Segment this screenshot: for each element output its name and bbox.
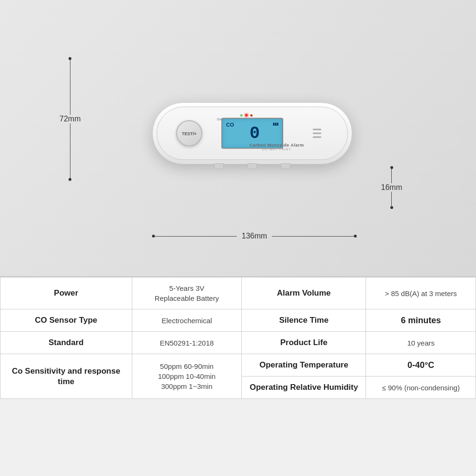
sensitivity-label: Co Sensitivity and response time <box>0 354 132 399</box>
device-section: 72mm TEST/× Green - Operate Yellow - Fau <box>0 0 476 276</box>
op-temp-label: Operating Temperature <box>242 354 366 377</box>
specs-table-section: Power 5-Years 3VReplaceable Battery Alar… <box>0 276 476 399</box>
device-label: Carbon Monoxide Alarm DO NOT PAINT <box>249 143 304 151</box>
silence-time-label: Silence Time <box>242 309 366 332</box>
test-button-illustration: TEST/× <box>176 120 202 147</box>
standard-label: Standard <box>0 332 132 354</box>
op-temp-value: 0-40°C <box>366 354 476 377</box>
silence-time-value: 6 minutes <box>366 309 476 332</box>
table-row: Standard EN50291-1:2018 Product Life 10 … <box>0 332 476 354</box>
power-label: Power <box>0 278 132 309</box>
op-humidity-label: Operating Relative Humidity <box>242 377 366 399</box>
alarm-volume-label: Alarm Volume <box>242 278 366 309</box>
standard-value: EN50291-1:2018 <box>132 332 242 354</box>
table-row: CO Sensor Type Electrochemical Silence T… <box>0 309 476 332</box>
co-sensor-value: Electrochemical <box>132 309 242 332</box>
product-life-label: Product Life <box>242 332 366 354</box>
speaker-grille <box>313 129 321 138</box>
sensitivity-value: 50ppm 60-90min100ppm 10-40min300ppm 1~3m… <box>132 354 242 399</box>
co-sensor-label: CO Sensor Type <box>0 309 132 332</box>
op-humidity-value: ≤ 90% (non-condensing) <box>366 377 476 399</box>
power-value: 5-Years 3VReplaceable Battery <box>132 278 242 309</box>
device-image: TEST/× Green - Operate Yellow - Fault Re… <box>152 102 352 164</box>
dimension-72: 72mm <box>60 57 80 181</box>
dimension-136: 136mm <box>152 232 357 240</box>
table-row: Co Sensitivity and response time 50ppm 6… <box>0 354 476 377</box>
table-row: Power 5-Years 3VReplaceable Battery Alar… <box>0 278 476 309</box>
product-life-value: 10 years <box>366 332 476 354</box>
specs-table: Power 5-Years 3VReplaceable Battery Alar… <box>0 277 476 399</box>
device-feet <box>214 163 290 169</box>
dimension-16: 16mm <box>381 166 402 209</box>
alarm-volume-value: > 85 dB(A) at 3 meters <box>366 278 476 309</box>
